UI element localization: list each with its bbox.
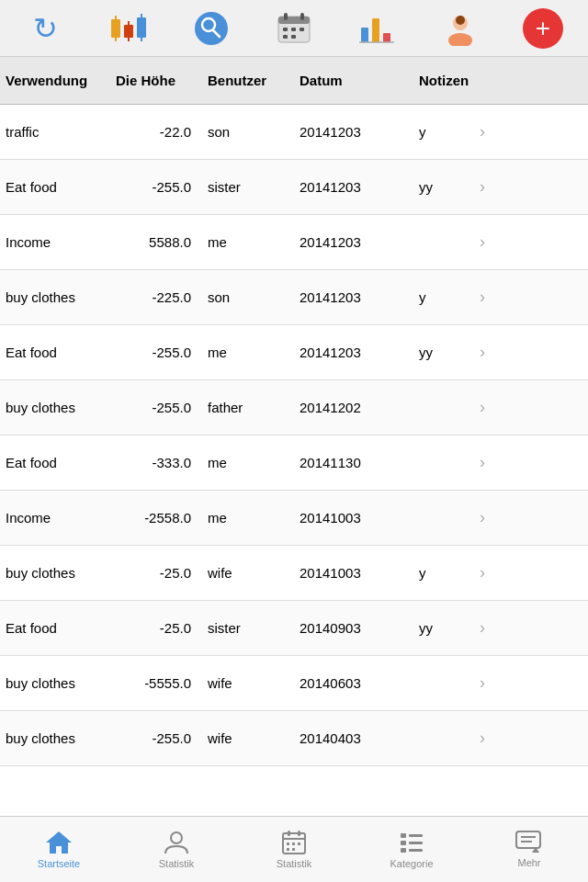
cell-benutzer: me: [202, 232, 294, 254]
home-icon: [45, 830, 73, 855]
table-row[interactable]: buy clothes -25.0 wife 20141003 y ›: [0, 546, 588, 601]
refresh-button[interactable]: [21, 7, 69, 50]
cell-benutzer: me: [202, 342, 294, 364]
svg-rect-8: [141, 36, 142, 41]
cell-benutzer: wife: [202, 728, 294, 750]
cell-verwendung: buy clothes: [0, 287, 110, 309]
svg-rect-7: [141, 14, 142, 19]
svg-rect-37: [287, 848, 289, 851]
chart-button[interactable]: [104, 7, 152, 50]
cell-verwendung: traffic: [0, 121, 110, 143]
cell-notizen: yy: [413, 617, 469, 639]
tab-statistik2[interactable]: Statistik: [235, 817, 353, 882]
search-button[interactable]: [187, 7, 235, 50]
bar-chart-icon: [359, 11, 394, 46]
table-row[interactable]: Eat food -255.0 sister 20141203 yy ›: [0, 160, 588, 215]
cell-benutzer: wife: [202, 673, 294, 695]
col-datum: Datum: [294, 71, 413, 91]
calendar-button[interactable]: [270, 7, 318, 50]
table-row[interactable]: buy clothes -255.0 wife 20140403 ›: [0, 711, 588, 766]
col-verwendung: Verwendung: [0, 71, 110, 91]
svg-rect-18: [300, 28, 304, 31]
add-icon: +: [523, 8, 563, 49]
cell-verwendung: Eat food: [0, 176, 110, 198]
table-row[interactable]: buy clothes -5555.0 wife 20140603 ›: [0, 656, 588, 711]
svg-rect-22: [372, 18, 379, 42]
person-button[interactable]: [436, 7, 484, 50]
tab-startseite-label: Startseite: [38, 858, 80, 869]
cell-hoehe: -25.0: [110, 562, 202, 584]
cell-chevron: ›: [469, 340, 496, 365]
tab-kategorie-label: Kategorie: [390, 858, 433, 869]
cell-chevron: ›: [469, 505, 496, 530]
svg-rect-5: [128, 36, 130, 41]
calendar-tab-icon: [281, 830, 307, 855]
cell-chevron: ›: [469, 230, 496, 254]
cell-notizen: [413, 406, 469, 410]
cell-verwendung: Eat food: [0, 452, 110, 474]
col-benutzer: Benutzer: [202, 71, 294, 91]
cell-datum: 20141202: [294, 397, 413, 419]
table-row[interactable]: buy clothes -225.0 son 20141203 y ›: [0, 270, 588, 325]
table-row[interactable]: Eat food -25.0 sister 20140903 yy ›: [0, 601, 588, 656]
cell-chevron: ›: [469, 560, 496, 585]
cell-datum: 20140903: [294, 617, 413, 639]
cell-benutzer: son: [202, 121, 294, 143]
svg-rect-35: [292, 842, 295, 845]
svg-rect-45: [516, 831, 540, 848]
svg-point-26: [448, 33, 472, 46]
svg-point-27: [456, 16, 465, 25]
table-row[interactable]: Income 5588.0 me 20141203 ›: [0, 215, 588, 270]
svg-marker-28: [46, 831, 72, 854]
cell-hoehe: -225.0: [110, 287, 202, 309]
cell-chevron: ›: [469, 726, 496, 751]
tab-mehr[interactable]: Mehr: [470, 817, 588, 882]
cell-notizen: [413, 461, 469, 465]
svg-rect-32: [288, 831, 290, 836]
table-row[interactable]: traffic -22.0 son 20141203 y ›: [0, 105, 588, 160]
svg-point-9: [195, 12, 228, 45]
cell-verwendung: Eat food: [0, 617, 110, 639]
svg-rect-23: [383, 33, 390, 42]
cell-notizen: yy: [413, 176, 469, 198]
table-row[interactable]: Income -2558.0 me 20141003 ›: [0, 491, 588, 546]
cell-chevron: ›: [469, 671, 496, 695]
cell-verwendung: Income: [0, 232, 110, 254]
bar-chart-button[interactable]: [353, 7, 401, 50]
svg-rect-1: [115, 16, 117, 21]
cell-benutzer: wife: [202, 562, 294, 584]
svg-rect-13: [278, 17, 310, 24]
table-row[interactable]: Eat food -333.0 me 20141130 ›: [0, 435, 588, 491]
cell-hoehe: -25.0: [110, 617, 202, 639]
cell-datum: 20141203: [294, 176, 413, 198]
cell-notizen: y: [413, 287, 469, 309]
svg-rect-14: [284, 13, 288, 20]
add-button[interactable]: +: [519, 7, 567, 50]
cell-chevron: ›: [469, 119, 496, 144]
calendar-icon: [277, 11, 311, 46]
table-row[interactable]: Eat food -255.0 me 20141203 yy ›: [0, 325, 588, 380]
tab-startseite[interactable]: Startseite: [0, 817, 118, 882]
cell-datum: 20140403: [294, 728, 413, 750]
cell-datum: 20140603: [294, 673, 413, 695]
cell-benutzer: me: [202, 507, 294, 529]
svg-rect-20: [291, 35, 296, 39]
cell-datum: 20141203: [294, 342, 413, 364]
svg-rect-0: [111, 19, 120, 38]
svg-rect-40: [409, 834, 423, 837]
cell-verwendung: buy clothes: [0, 562, 110, 584]
cell-datum: 20141003: [294, 507, 413, 529]
tab-statistik1[interactable]: Statistik: [118, 817, 235, 882]
person-icon: [443, 11, 478, 46]
search-icon: [194, 11, 229, 46]
tab-kategorie[interactable]: Kategorie: [353, 817, 470, 882]
cell-notizen: y: [413, 121, 469, 143]
cell-datum: 20141003: [294, 562, 413, 584]
person-tab-icon: [164, 830, 189, 855]
svg-rect-2: [115, 36, 117, 41]
cell-benutzer: son: [202, 287, 294, 309]
refresh-icon: [33, 11, 58, 46]
cell-verwendung: Income: [0, 507, 110, 529]
table-row[interactable]: buy clothes -255.0 father 20141202 ›: [0, 380, 588, 435]
cell-benutzer: father: [202, 397, 294, 419]
